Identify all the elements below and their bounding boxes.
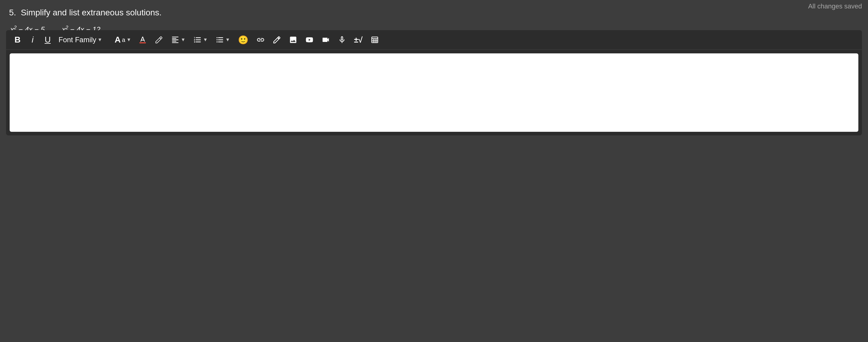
video-icon: [321, 36, 330, 44]
link-icon: [256, 36, 265, 44]
table-button[interactable]: [367, 33, 382, 46]
font-family-chevron-icon: ▼: [97, 37, 102, 42]
svg-rect-0: [140, 42, 146, 43]
numbered-list-icon: [193, 36, 202, 44]
table-icon: [370, 36, 379, 44]
microphone-icon: [338, 36, 346, 44]
align-chevron-icon: ▼: [181, 37, 185, 42]
edit-button[interactable]: [270, 33, 284, 46]
font-size-dropdown[interactable]: A a ▼: [112, 34, 134, 46]
emoji-button[interactable]: 🙂: [235, 33, 251, 46]
font-size-label: A: [115, 35, 121, 44]
microphone-button[interactable]: [335, 33, 349, 46]
math-icon: ±√: [354, 35, 363, 44]
bullet-list-chevron-icon: ▼: [225, 37, 230, 42]
edit-icon: [273, 36, 281, 44]
question-number: 5.: [9, 8, 19, 17]
numbered-list-chevron-icon: ▼: [203, 37, 208, 42]
question-text: 5. Simplify and list extraneous solution…: [9, 6, 162, 20]
align-dropdown[interactable]: ▼: [168, 33, 188, 46]
question-body: Simplify and list extraneous solutions.: [21, 8, 162, 17]
underline-button[interactable]: U: [41, 33, 54, 46]
text-color-button[interactable]: [135, 33, 150, 46]
link-button[interactable]: [253, 33, 268, 46]
youtube-button[interactable]: [302, 33, 317, 46]
italic-button[interactable]: i: [26, 33, 39, 46]
align-icon: [171, 36, 180, 44]
answer-content-area[interactable]: [10, 53, 858, 132]
image-button[interactable]: [286, 33, 300, 46]
bold-button[interactable]: B: [11, 33, 24, 46]
bullet-list-icon: [216, 36, 224, 44]
editor-container: B i U Font Family ▼ A a ▼: [6, 30, 862, 135]
video-button[interactable]: [318, 33, 333, 46]
font-size-label-small: a: [122, 36, 125, 43]
toolbar: B i U Font Family ▼ A a ▼: [6, 30, 862, 50]
font-family-label: Font Family: [59, 36, 96, 44]
font-family-dropdown[interactable]: Font Family ▼: [56, 34, 111, 45]
emoji-icon: 🙂: [238, 35, 249, 45]
highlight-icon: [155, 36, 163, 44]
font-size-chevron-icon: ▼: [126, 37, 131, 42]
status-text: All changes saved: [808, 2, 862, 10]
status-bar: All changes saved: [802, 0, 868, 13]
highlight-button[interactable]: [152, 33, 166, 46]
image-icon: [289, 36, 298, 44]
bullet-list-dropdown[interactable]: ▼: [213, 33, 233, 46]
text-color-icon: [138, 36, 147, 44]
math-button[interactable]: ±√: [351, 33, 366, 46]
numbered-list-dropdown[interactable]: ▼: [190, 33, 211, 46]
youtube-icon: [305, 36, 314, 44]
